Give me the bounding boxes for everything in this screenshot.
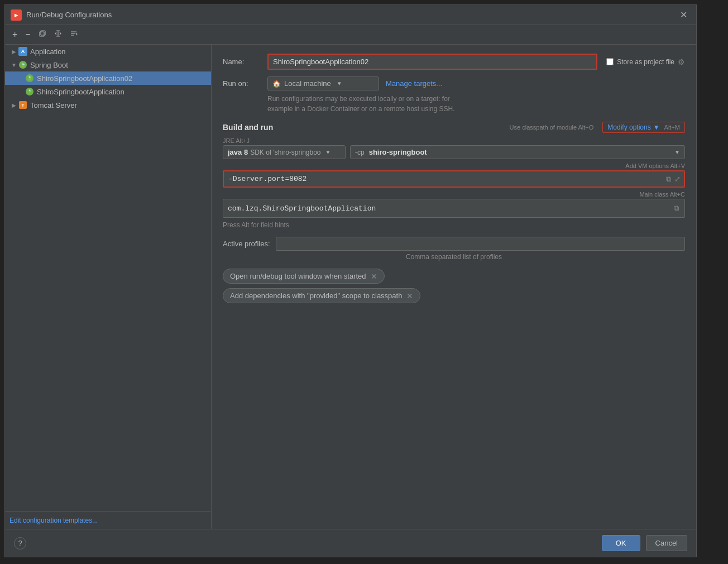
main-class-value: com.lzq.ShiroSpringbootApplication [228, 204, 673, 213]
sdk-dropdown[interactable]: java 8 SDK of 'shiro-springboo ▼ [223, 145, 346, 159]
toolbar: + − [5, 25, 696, 45]
use-classpath-hint: Use classpath of module Alt+O [510, 124, 594, 131]
sidebar-label-tomcat: Tomcat Server [30, 101, 77, 109]
tree-toggle-application: ▶ [9, 47, 18, 56]
modify-options-shortcut: Alt+M [664, 124, 680, 131]
tree-toggle-spring-boot: ▼ [9, 60, 18, 69]
sidebar-label-shiro-app-02: ShiroSpringbootApplication02 [37, 74, 132, 83]
spring-boot-icon: 🍃 [18, 60, 27, 69]
main-class-hint: Main class Alt+C [223, 191, 685, 198]
classpath-prefix: -cp [355, 149, 365, 156]
sidebar-item-shiro-app[interactable]: 🍃 ShiroSpringbootApplication [5, 85, 211, 98]
vm-options-input[interactable] [224, 171, 663, 187]
modify-options-button[interactable]: Modify options ▼ Alt+M [602, 122, 685, 133]
sdk-dropdown-arrow-icon: ▼ [325, 149, 331, 155]
name-input-wrapper [267, 54, 597, 70]
sidebar-label-shiro-app: ShiroSpringbootApplication [37, 88, 124, 96]
main-class-copy-action[interactable]: ⧉ [673, 203, 680, 214]
store-as-project-file-label: Store as project file [617, 58, 674, 66]
profiles-hint-text: Comma separated list of profiles [406, 253, 502, 261]
sidebar-label-spring-boot: Spring Boot [30, 61, 68, 69]
app-icon: ▶ [11, 9, 22, 21]
sidebar-bottom: Edit configuration templates... [5, 511, 211, 529]
run-description: Run configurations may be executed local… [267, 94, 685, 114]
store-as-project-file-row: Store as project file ⚙ [606, 58, 685, 66]
svg-rect-3 [41, 31, 45, 35]
help-button[interactable]: ? [14, 537, 26, 549]
tag-2-close[interactable]: ✕ [406, 292, 413, 300]
dropdown-arrow-icon: ▼ [337, 80, 342, 87]
classpath-dropdown-arrow-icon: ▼ [674, 149, 680, 155]
sidebar-item-tomcat-server[interactable]: ▶ T Tomcat Server [5, 98, 211, 112]
sidebar-item-spring-boot[interactable]: ▼ 🍃 Spring Boot [5, 58, 211, 71]
add-vm-options-hint: Add VM options Alt+V [223, 162, 685, 169]
build-run-title: Build and run [223, 123, 273, 132]
main-class-row: com.lzq.ShiroSpringbootApplication ⧉ [223, 199, 685, 218]
tree-toggle-tomcat: ▶ [9, 101, 18, 109]
sidebar: ▶ A Application ▼ 🍃 Spring Boot 🍃 Shir [5, 45, 212, 529]
classpath-value: shiro-springboot [369, 148, 427, 156]
modify-options-label: Modify options [607, 123, 650, 131]
close-button[interactable]: ✕ [677, 8, 691, 21]
vm-expand-action[interactable]: ⤢ [673, 174, 682, 185]
tomcat-icon: T [18, 101, 27, 109]
build-run-section-header: Build and run Use classpath of module Al… [223, 122, 685, 133]
gear-icon[interactable]: ⚙ [678, 58, 685, 66]
shiro-app-02-icon: 🍃 [25, 74, 34, 83]
tags-row: Open run/debug tool window when started … [223, 269, 685, 303]
run-on-label: Run on: [223, 79, 267, 88]
store-as-project-file-checkbox[interactable] [606, 58, 614, 65]
sdk-detail: SDK of 'shiro-springboo [250, 149, 320, 156]
remove-button[interactable]: − [22, 28, 33, 41]
shiro-app-icon: 🍃 [25, 87, 34, 96]
ok-button[interactable]: OK [602, 535, 640, 551]
add-vm-options-text: Add VM options Alt+V [625, 162, 685, 169]
copy-button[interactable] [36, 28, 49, 41]
sidebar-item-application[interactable]: ▶ A Application [5, 45, 211, 58]
bottom-bar: ? OK Cancel [5, 529, 696, 557]
tag-1-close[interactable]: ✕ [371, 273, 377, 280]
tag-2-label: Add dependencies with "provided" scope t… [230, 291, 402, 300]
active-profiles-row: Active profiles: [223, 237, 685, 251]
press-alt-hint: Press Alt for field hints [223, 221, 685, 229]
dialog-title: Run/Debug Configurations [26, 11, 677, 19]
active-profiles-input[interactable] [276, 237, 685, 251]
profiles-label: Active profiles: [223, 240, 270, 248]
profiles-hint: Comma separated list of profiles [223, 253, 685, 261]
svg-text:▶: ▶ [15, 13, 18, 18]
vm-copy-action[interactable]: ⧉ [665, 174, 672, 185]
name-label: Name: [223, 58, 267, 66]
local-machine-text: Local machine [284, 79, 331, 88]
run-description-text: Run configurations may be executed local… [267, 95, 455, 113]
add-button[interactable]: + [9, 28, 20, 41]
right-panel: Name: Store as project file ⚙ Run on: 🏠 … [212, 45, 696, 529]
manage-targets-link[interactable]: Manage targets... [386, 79, 442, 88]
classpath-dropdown[interactable]: -cp shiro-springboot ▼ [350, 145, 685, 159]
local-machine-dropdown[interactable]: 🏠 Local machine ▼ [267, 77, 379, 90]
jre-hint: JRE Alt+J [223, 137, 250, 144]
sidebar-item-shiro-app-02[interactable]: 🍃 ShiroSpringbootApplication02 [5, 71, 211, 85]
tag-chip-1: Open run/debug tool window when started … [223, 269, 385, 284]
main-class-hint-text: Main class Alt+C [639, 191, 685, 198]
tag-1-label: Open run/debug tool window when started [230, 272, 366, 280]
vm-options-wrapper: ⧉ ⤢ [223, 170, 685, 188]
cancel-button[interactable]: Cancel [646, 535, 687, 551]
press-alt-text: Press Alt for field hints [223, 221, 289, 229]
name-input[interactable] [269, 55, 596, 69]
edit-templates-link[interactable]: Edit configuration templates... [9, 517, 98, 524]
application-icon: A [18, 47, 27, 56]
jre-hint-row: JRE Alt+J [223, 137, 685, 144]
house-icon: 🏠 [272, 80, 281, 88]
tag-chip-2: Add dependencies with "provided" scope t… [223, 288, 420, 303]
svg-rect-2 [40, 32, 44, 36]
move-button[interactable] [51, 28, 65, 41]
sidebar-label-application: Application [30, 47, 66, 56]
sdk-row: java 8 SDK of 'shiro-springboo ▼ -cp shi… [223, 145, 685, 159]
modify-options-arrow: ▼ [653, 123, 660, 131]
vm-input-actions: ⧉ ⤢ [663, 174, 684, 185]
sdk-label: java 8 [228, 148, 248, 156]
sort-button[interactable] [67, 28, 80, 41]
